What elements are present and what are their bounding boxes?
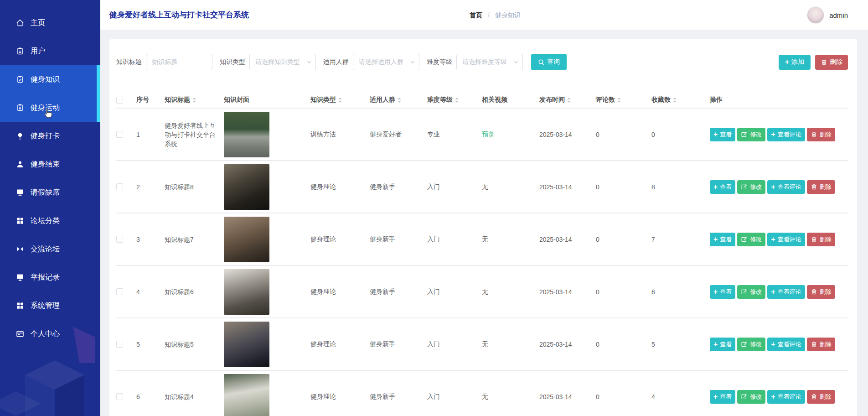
sidebar-item-forum[interactable]: 交流论坛 <box>0 235 100 263</box>
sidebar-item-leave-absence[interactable]: 请假缺席 <box>0 178 100 207</box>
plus-icon: + <box>713 341 718 348</box>
sort-caret-icon[interactable] <box>398 98 401 103</box>
row-action-查看[interactable]: +查看 <box>710 128 735 141</box>
row-action-查看评论[interactable]: +查看评论 <box>767 128 805 141</box>
col-header-type[interactable]: 知识类型 <box>310 96 370 104</box>
row-action-查看[interactable]: +查看 <box>710 285 735 299</box>
cover-image-cyclist-on-road[interactable] <box>224 112 269 157</box>
sidebar-item-home[interactable]: 主页 <box>0 9 100 37</box>
row-action-修改[interactable]: 修改 <box>737 233 765 246</box>
cover-image-man-white-tank[interactable] <box>224 374 269 416</box>
col-header-title[interactable]: 知识标题 <box>165 96 224 104</box>
plus-icon: + <box>713 236 718 243</box>
sidebar-item-checkin[interactable]: 健身打卡 <box>0 122 100 150</box>
table-row: 6知识标题4健身理论健身新手入门无2025-03-1404+查看修改+查看评论删… <box>116 371 848 416</box>
audience-select[interactable]: 请选择适用人群 <box>353 54 419 70</box>
sort-caret-icon[interactable] <box>617 98 621 103</box>
title-search-input[interactable] <box>146 54 212 70</box>
level-select[interactable]: 请选择难度等级 <box>456 54 523 70</box>
row-action-删除[interactable]: 删除 <box>807 233 835 246</box>
cover-cell <box>224 322 310 367</box>
cover-image-man-navy-tank-gym[interactable] <box>224 322 269 367</box>
row-action-查看评论[interactable]: +查看评论 <box>767 338 805 351</box>
plus-icon: + <box>771 183 775 191</box>
row-date: 2025-03-14 <box>539 183 596 191</box>
sidebar-item-report-records[interactable]: 举报记录 <box>0 263 100 291</box>
sort-caret-icon[interactable] <box>455 98 459 103</box>
row-action-查看[interactable]: +查看 <box>710 233 735 246</box>
sidebar-item-fitness-end[interactable]: 健身结束 <box>0 150 100 178</box>
row-action-修改[interactable]: 修改 <box>737 180 765 194</box>
breadcrumb-home[interactable]: 首页 <box>470 11 482 19</box>
sidebar-item-label: 请假缺席 <box>31 188 60 198</box>
trash-icon <box>811 341 817 348</box>
col-header-comments[interactable]: 评论数 <box>596 96 651 104</box>
row-action-查看[interactable]: +查看 <box>710 390 735 404</box>
type-select[interactable]: 请选择知识类型 <box>249 54 316 70</box>
row-video: 无 <box>482 235 539 244</box>
user-menu[interactable]: admin <box>807 0 848 30</box>
cover-image-man-drinking-shake-gym[interactable] <box>224 217 269 262</box>
row-action-查看评论[interactable]: +查看评论 <box>767 390 805 404</box>
row-type: 健身理论 <box>310 393 370 401</box>
sidebar-item-system-management[interactable]: 系统管理 <box>0 291 100 320</box>
row-action-修改[interactable]: 修改 <box>737 390 765 404</box>
row-checkbox[interactable] <box>116 341 123 348</box>
sort-caret-icon[interactable] <box>192 98 196 103</box>
row-action-查看评论[interactable]: +查看评论 <box>767 285 805 299</box>
col-header-audience[interactable]: 适用人群 <box>370 96 427 104</box>
add-button[interactable]: + 添加 <box>779 55 811 70</box>
edit-icon <box>741 288 748 295</box>
action-buttons: +查看修改+查看评论删除 <box>710 180 835 194</box>
row-actions: +查看修改+查看评论删除 <box>710 233 848 246</box>
row-checkbox[interactable] <box>116 236 123 243</box>
row-action-删除[interactable]: 删除 <box>807 338 835 351</box>
sort-caret-icon[interactable] <box>338 98 342 103</box>
row-action-修改[interactable]: 修改 <box>737 338 765 351</box>
row-checkbox[interactable] <box>116 393 123 400</box>
monitor-icon <box>16 273 25 282</box>
row-action-查看[interactable]: +查看 <box>710 338 735 351</box>
row-type: 健身理论 <box>310 340 370 348</box>
sidebar-item-label: 健身打卡 <box>31 131 60 141</box>
col-header-actions: 操作 <box>710 96 848 104</box>
grid-icon <box>16 216 25 225</box>
sidebar-item-fitness-exercise[interactable]: 健身运动 <box>0 94 100 122</box>
avatar[interactable] <box>807 6 824 24</box>
action-label: 删除 <box>820 130 832 139</box>
delete-button[interactable]: 删除 <box>815 55 848 70</box>
col-header-level[interactable]: 难度等级 <box>427 96 482 104</box>
sidebar-item-label: 健身运动 <box>31 103 60 113</box>
cover-image-man-flexing-black-tee[interactable] <box>224 269 269 315</box>
row-checkbox[interactable] <box>116 288 123 295</box>
row-audience: 健身新手 <box>370 235 427 244</box>
col-header-favorites[interactable]: 收藏数 <box>651 96 710 104</box>
sidebar-item-forum-category[interactable]: 论坛分类 <box>0 207 100 235</box>
search-button[interactable]: 查询 <box>531 54 567 70</box>
sort-caret-icon[interactable] <box>567 98 571 103</box>
sort-caret-icon[interactable] <box>673 98 677 103</box>
row-action-修改[interactable]: 修改 <box>737 285 765 299</box>
sidebar-item-personal-center[interactable]: 个人中心 <box>0 320 100 348</box>
plus-icon: + <box>771 393 775 400</box>
row-action-删除[interactable]: 删除 <box>807 128 835 141</box>
row-video[interactable]: 预览 <box>482 130 539 139</box>
row-action-删除[interactable]: 删除 <box>807 285 835 299</box>
row-action-修改[interactable]: 修改 <box>737 128 765 141</box>
row-action-删除[interactable]: 删除 <box>807 390 835 404</box>
cover-image-dark-gym-interior[interactable] <box>224 164 269 210</box>
sidebar-item-users[interactable]: 用户 <box>0 37 100 65</box>
sidebar-menu: 主页 用户 健身知识 健身运动 健身打卡 健身结束 请假缺席 论坛分类 <box>0 0 100 348</box>
row-checkbox[interactable] <box>116 183 123 190</box>
action-label: 查看评论 <box>778 393 801 401</box>
col-header-video: 相关视频 <box>482 96 539 104</box>
grid-icon <box>16 301 25 310</box>
row-action-查看评论[interactable]: +查看评论 <box>767 180 805 194</box>
sidebar-item-fitness-knowledge[interactable]: 健身知识 <box>0 65 100 94</box>
row-action-查看[interactable]: +查看 <box>710 180 735 194</box>
select-all-checkbox[interactable] <box>116 97 123 104</box>
row-checkbox[interactable] <box>116 131 123 138</box>
row-action-删除[interactable]: 删除 <box>807 180 835 194</box>
row-action-查看评论[interactable]: +查看评论 <box>767 233 805 246</box>
col-header-date[interactable]: 发布时间 <box>539 96 596 104</box>
